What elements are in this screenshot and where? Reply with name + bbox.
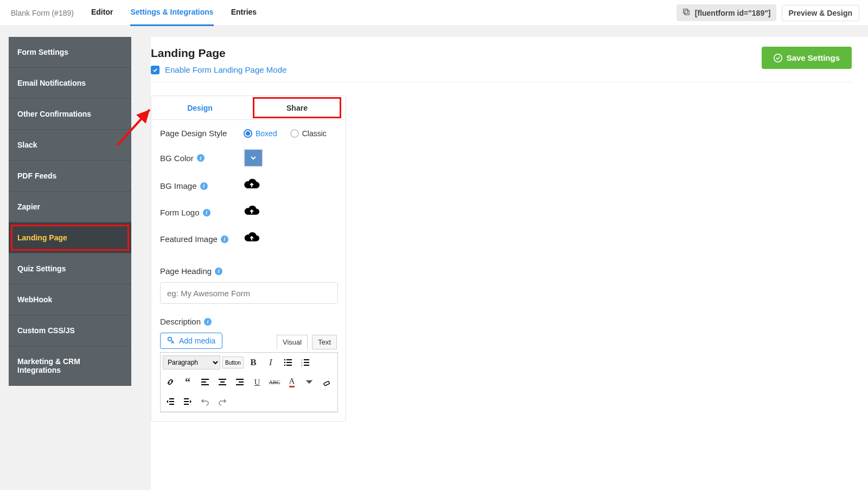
page-heading-input[interactable] bbox=[160, 282, 338, 304]
align-left-icon[interactable] bbox=[197, 374, 213, 390]
svg-rect-16 bbox=[304, 365, 309, 366]
sidebar-item-zapier[interactable]: Zapier bbox=[9, 192, 131, 222]
cloud-upload-icon bbox=[244, 231, 260, 245]
sidebar: Form Settings Email Notifications Other … bbox=[9, 37, 131, 386]
bullet-list-icon[interactable] bbox=[280, 355, 296, 370]
preview-design-button[interactable]: Preview & Design bbox=[782, 5, 860, 21]
tab-settings-integrations[interactable]: Settings & Integrations bbox=[130, 0, 213, 26]
bold-icon[interactable]: B bbox=[246, 355, 261, 370]
paragraph-select[interactable]: Paragraph bbox=[163, 355, 220, 370]
label-description: Descriptioni bbox=[160, 317, 337, 326]
svg-rect-21 bbox=[220, 381, 225, 383]
sidebar-item-slack[interactable]: Slack bbox=[9, 130, 131, 161]
add-media-label: Add media bbox=[179, 336, 215, 345]
info-icon[interactable]: i bbox=[203, 209, 210, 217]
svg-rect-28 bbox=[169, 401, 174, 402]
add-media-button[interactable]: Add media bbox=[160, 333, 222, 349]
svg-rect-32 bbox=[184, 404, 189, 405]
align-right-icon[interactable] bbox=[232, 374, 247, 390]
svg-rect-30 bbox=[184, 398, 189, 399]
chevron-down-icon bbox=[250, 155, 257, 161]
bg-color-picker[interactable] bbox=[244, 149, 263, 167]
svg-rect-26 bbox=[324, 381, 330, 386]
info-icon[interactable]: i bbox=[221, 236, 228, 243]
clear-format-icon[interactable] bbox=[319, 374, 334, 390]
svg-rect-23 bbox=[236, 379, 244, 380]
svg-rect-27 bbox=[169, 398, 174, 399]
design-tab-design[interactable]: Design bbox=[151, 96, 248, 119]
page-title: Landing Page bbox=[151, 47, 286, 60]
sidebar-item-other-confirmations[interactable]: Other Confirmations bbox=[9, 99, 131, 130]
shortcode-copy[interactable]: [fluentform id="189"] bbox=[676, 4, 776, 21]
underline-icon[interactable]: U bbox=[250, 374, 265, 390]
sidebar-item-pdf-feeds[interactable]: PDF Feeds bbox=[9, 161, 131, 192]
media-icon bbox=[167, 336, 176, 345]
svg-rect-18 bbox=[201, 381, 206, 383]
sidebar-item-quiz-settings[interactable]: Quiz Settings bbox=[9, 253, 131, 284]
sidebar-item-landing-page[interactable]: Landing Page bbox=[9, 222, 131, 253]
sidebar-item-email-notifications[interactable]: Email Notifications bbox=[9, 68, 131, 99]
check-circle-icon bbox=[774, 54, 782, 62]
svg-rect-10 bbox=[286, 365, 292, 366]
info-icon[interactable]: i bbox=[197, 154, 205, 162]
sidebar-item-form-settings[interactable]: Form Settings bbox=[9, 37, 131, 68]
italic-icon[interactable]: I bbox=[263, 355, 278, 370]
radio-boxed[interactable]: Boxed bbox=[244, 129, 277, 138]
radio-group-style: Boxed Classic bbox=[244, 129, 327, 138]
title-block: Landing Page Enable Form Landing Page Mo… bbox=[151, 47, 286, 82]
editor-tab-text[interactable]: Text bbox=[312, 335, 337, 349]
outdent-icon[interactable] bbox=[163, 394, 178, 409]
design-card: Design Share Page Design Style Boxed bbox=[151, 96, 346, 422]
svg-rect-17 bbox=[201, 379, 209, 380]
checkbox-icon bbox=[151, 66, 159, 74]
cloud-upload-icon bbox=[244, 178, 260, 192]
upload-bg-image[interactable] bbox=[244, 178, 260, 194]
svg-rect-1 bbox=[683, 9, 687, 14]
svg-rect-29 bbox=[169, 404, 174, 405]
row-featured-image: Featured Imagei bbox=[160, 231, 337, 247]
sidebar-item-marketing-crm[interactable]: Marketing & CRM Integrations bbox=[9, 346, 131, 386]
upload-form-logo[interactable] bbox=[244, 205, 260, 220]
row-bg-color: BG Colori bbox=[160, 149, 337, 167]
design-tab-share[interactable]: Share bbox=[248, 96, 346, 119]
svg-rect-20 bbox=[219, 379, 226, 380]
undo-icon[interactable] bbox=[197, 394, 213, 409]
radio-classic[interactable]: Classic bbox=[290, 129, 327, 138]
indent-icon[interactable] bbox=[180, 394, 195, 409]
info-icon[interactable]: i bbox=[204, 318, 212, 326]
copy-icon bbox=[682, 8, 691, 18]
insert-button[interactable]: Button bbox=[222, 357, 244, 368]
editor-tab-visual[interactable]: Visual bbox=[277, 335, 308, 349]
svg-rect-8 bbox=[286, 362, 292, 363]
row-form-logo: Form Logoi bbox=[160, 205, 337, 220]
info-icon[interactable]: i bbox=[200, 182, 208, 190]
tab-editor[interactable]: Editor bbox=[91, 0, 113, 26]
layout: Form Settings Email Notifications Other … bbox=[0, 26, 868, 490]
svg-rect-0 bbox=[685, 10, 689, 15]
svg-point-5 bbox=[284, 359, 286, 361]
link-icon[interactable] bbox=[163, 374, 178, 390]
main-panel: Landing Page Enable Form Landing Page Mo… bbox=[151, 37, 868, 490]
redo-icon[interactable] bbox=[215, 394, 230, 409]
text-color-icon[interactable]: A bbox=[284, 374, 299, 390]
wysiwyg-editor: Paragraph Button B I 123 “ bbox=[160, 352, 338, 412]
top-nav-right: [fluentform id="189"] Preview & Design bbox=[676, 4, 859, 21]
info-icon[interactable]: i bbox=[215, 268, 222, 275]
enable-toggle[interactable]: Enable Form Landing Page Mode bbox=[151, 65, 286, 74]
row-bg-image: BG Imagei bbox=[160, 178, 337, 194]
sidebar-item-webhook[interactable]: WebHook bbox=[9, 284, 131, 315]
numbered-list-icon[interactable]: 123 bbox=[298, 355, 313, 370]
cloud-upload-icon bbox=[244, 205, 260, 219]
text-color-dropdown-icon[interactable] bbox=[302, 374, 317, 390]
tab-entries[interactable]: Entries bbox=[231, 0, 257, 26]
svg-rect-19 bbox=[201, 384, 209, 385]
svg-point-4 bbox=[168, 338, 171, 341]
save-settings-button[interactable]: Save Settings bbox=[762, 47, 852, 69]
blockquote-icon[interactable]: “ bbox=[180, 374, 195, 390]
strikethrough-icon[interactable]: ABC bbox=[267, 374, 282, 390]
divider bbox=[151, 82, 852, 82]
align-center-icon[interactable] bbox=[215, 374, 230, 390]
radio-icon bbox=[244, 129, 252, 138]
sidebar-item-custom-css-js[interactable]: Custom CSS/JS bbox=[9, 315, 131, 346]
upload-featured-image[interactable] bbox=[244, 231, 260, 247]
